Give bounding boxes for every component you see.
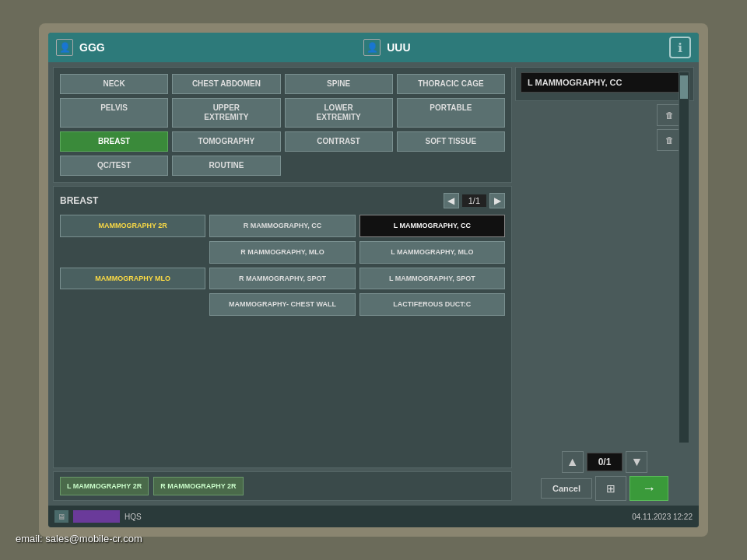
- info-icon: ℹ: [678, 40, 682, 55]
- cat-lower-extremity[interactable]: LOWEREXTREMITY: [285, 98, 393, 128]
- proc-l-mammo-spot[interactable]: L MAMMOGRAPHY, SPOT: [359, 268, 505, 290]
- user-icon: 👤: [56, 39, 73, 56]
- hqs-label: HQS: [124, 513, 142, 521]
- cat-thoracic-cage[interactable]: THORACIC CAGE: [397, 74, 505, 94]
- procedures-section: BREAST ◀ 1/1 ▶ MAMMOGRAPHY 2R R MAMMOGRA…: [53, 186, 512, 468]
- hqs-indicator: [73, 510, 120, 523]
- pagination: ◀ 1/1 ▶: [444, 193, 505, 208]
- scrollbar-thumb: [680, 75, 688, 99]
- status-bar: 🖥 HQS 04.11.2023 12:22: [48, 506, 699, 527]
- cat-portable[interactable]: PORTABLE: [397, 98, 505, 128]
- right-panel: L MAMMOGRAPHY, CC 🗑 🗑 ▲: [515, 67, 694, 501]
- grid-button[interactable]: ⊞: [595, 476, 626, 501]
- proc-r-mammo-cc[interactable]: R MAMMOGRAPHY, CC: [209, 215, 355, 237]
- proc-r-mammo-spot[interactable]: R MAMMOGRAPHY, SPOT: [209, 268, 355, 290]
- order-list-container: L MAMMOGRAPHY, CC 🗑 🗑: [515, 67, 694, 448]
- procedures-grid: MAMMOGRAPHY 2R R MAMMOGRAPHY, CC L MAMMO…: [60, 215, 505, 316]
- header-bar: 👤 GGG 👤 UUU ℹ: [48, 33, 699, 62]
- next-button[interactable]: →: [630, 476, 668, 501]
- monitor-icon: 🖥: [54, 510, 68, 523]
- datetime-label: 04.11.2023 12:22: [632, 513, 693, 521]
- cancel-button[interactable]: Cancel: [541, 478, 592, 499]
- proc-l-mammo-cc[interactable]: L MAMMOGRAPHY, CC: [359, 215, 505, 237]
- order-list: L MAMMOGRAPHY, CC: [515, 67, 694, 101]
- patient-label: UUU: [387, 41, 410, 54]
- cat-spine[interactable]: SPINE: [285, 74, 393, 94]
- cat-chest-abdomen[interactable]: CHEST ABDOMEN: [172, 74, 280, 94]
- proc-mammo-2r[interactable]: MAMMOGRAPHY 2R: [60, 215, 205, 237]
- header-user: 👤 GGG: [56, 39, 105, 56]
- next-arrow-icon: →: [642, 481, 656, 497]
- scrollbar[interactable]: [679, 72, 689, 443]
- cat-tomography[interactable]: TOMOGRAPHY: [172, 131, 280, 152]
- cat-qctest[interactable]: QC/TEST: [60, 156, 168, 176]
- username-label: GGG: [79, 41, 105, 54]
- cat-breast[interactable]: BREAST: [60, 131, 168, 152]
- sel-l-mammo-2r[interactable]: L MAMMOGRAPHY 2R: [60, 477, 149, 495]
- cat-upper-extremity[interactable]: UPPEREXTREMITY: [172, 98, 280, 128]
- proc-mammo-mlo[interactable]: MAMMOGRAPHY MLO: [60, 268, 205, 290]
- categories-grid: NECK CHEST ABDOMEN SPINE THORACIC CAGE P…: [53, 67, 512, 183]
- counter-row: ▲ 0/1 ▼: [515, 451, 694, 473]
- proc-r-mammo-mlo[interactable]: R MAMMOGRAPHY, MLO: [209, 241, 355, 264]
- proc-l-mammo-mlo[interactable]: L MAMMOGRAPHY, MLO: [359, 241, 505, 264]
- proc-lactiferous[interactable]: LACTIFEROUS DUCT:C: [359, 293, 505, 316]
- info-button[interactable]: ℹ: [669, 37, 691, 58]
- counter-display: 0/1: [587, 453, 623, 471]
- proc-empty-2: [60, 293, 205, 316]
- selected-items-bar: L MAMMOGRAPHY 2R R MAMMOGRAPHY 2R: [53, 471, 512, 501]
- watermark-text: email: sales@mobile-cr.com: [16, 533, 142, 544]
- cat-soft-tissue[interactable]: SOFT TISSUE: [397, 131, 505, 152]
- counter-up-button[interactable]: ▲: [562, 451, 584, 473]
- action-row: Cancel ⊞ →: [515, 476, 694, 501]
- order-item-l-mammo-cc[interactable]: L MAMMOGRAPHY, CC: [521, 72, 689, 93]
- prev-page-button[interactable]: ◀: [444, 193, 459, 208]
- proc-empty-1: [60, 241, 205, 264]
- left-panel: NECK CHEST ABDOMEN SPINE THORACIC CAGE P…: [53, 67, 512, 501]
- right-bottom: ▲ 0/1 ▼ Cancel ⊞ →: [515, 451, 694, 501]
- patient-icon: 👤: [363, 39, 381, 56]
- page-indicator: 1/1: [462, 194, 486, 207]
- cat-neck[interactable]: NECK: [60, 74, 168, 94]
- proc-mammo-chest-wall[interactable]: MAMMOGRAPHY- CHEST WALL: [209, 293, 355, 316]
- procedures-title: BREAST: [60, 195, 98, 206]
- cat-pelvis[interactable]: PELVIS: [60, 98, 168, 128]
- sel-r-mammo-2r[interactable]: R MAMMOGRAPHY 2R: [153, 477, 243, 495]
- cat-contrast[interactable]: CONTRAST: [285, 131, 393, 152]
- delete-area: 🗑 🗑: [515, 104, 694, 151]
- counter-down-button[interactable]: ▼: [626, 451, 647, 473]
- procedures-header: BREAST ◀ 1/1 ▶: [60, 193, 505, 208]
- header-patient: 👤 UUU: [363, 39, 410, 56]
- status-left: 🖥 HQS: [54, 510, 142, 523]
- grid-icon: ⊞: [606, 482, 615, 495]
- cat-routine[interactable]: ROUTINE: [172, 156, 280, 176]
- next-page-button[interactable]: ▶: [489, 193, 505, 208]
